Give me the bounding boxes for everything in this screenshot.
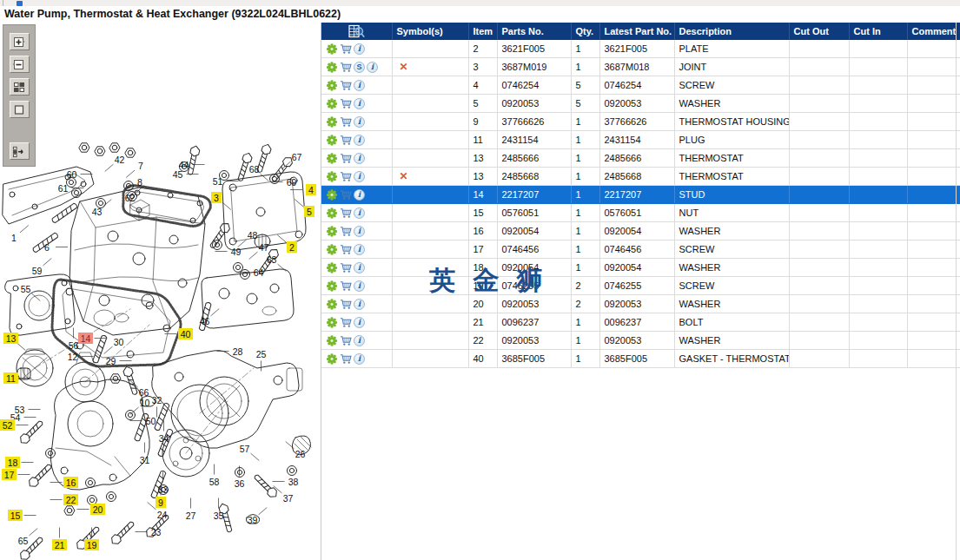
part-label-19[interactable]: 19 <box>84 539 99 550</box>
cart-icon[interactable] <box>340 116 352 128</box>
gear-icon[interactable] <box>326 280 338 292</box>
part-label-22[interactable]: 22 <box>63 494 78 505</box>
part-label-1[interactable]: 1 <box>11 233 17 243</box>
part-label-69[interactable]: 69 <box>287 177 297 188</box>
part-label-66[interactable]: 66 <box>139 387 149 398</box>
info-icon[interactable]: i <box>354 116 365 128</box>
part-label-13[interactable]: 13 <box>3 333 18 344</box>
col-header-qty-[interactable]: Qty. <box>571 23 599 40</box>
part-label-67[interactable]: 67 <box>292 152 302 162</box>
cart-icon[interactable] <box>340 280 352 292</box>
col-header-item[interactable]: Item <box>468 23 497 40</box>
cart-icon[interactable] <box>340 299 352 310</box>
part-label-2[interactable]: 2 <box>287 241 297 253</box>
info-icon[interactable]: i <box>354 153 365 164</box>
cart-icon[interactable] <box>340 98 352 109</box>
parts-table-row[interactable]: i14221720712217207STUD <box>321 186 960 204</box>
part-label-52[interactable]: 52 <box>0 419 15 431</box>
gear-icon[interactable] <box>326 135 338 146</box>
info-icon[interactable]: i <box>354 189 365 201</box>
part-label-61[interactable]: 61 <box>58 183 69 194</box>
part-label-29[interactable]: 29 <box>106 356 116 366</box>
part-label-33[interactable]: 33 <box>158 484 169 495</box>
parts-table-row[interactable]: i11243115412431154PLUG <box>321 131 960 149</box>
parts-table-row[interactable]: i937766626137766626THERMOSTAT HOUSING <box>321 113 960 131</box>
toggle-list-button[interactable] <box>10 142 30 160</box>
col-header-symbol-s-[interactable]: Symbol(s) <box>392 23 468 40</box>
part-label-26[interactable]: 26 <box>295 449 306 459</box>
cart-icon[interactable] <box>340 135 352 146</box>
gear-icon[interactable] <box>326 171 338 182</box>
part-label-8[interactable]: 8 <box>137 177 142 188</box>
part-label-37[interactable]: 37 <box>283 493 294 504</box>
gear-icon[interactable] <box>326 62 338 73</box>
part-label-12[interactable]: 12 <box>68 352 78 362</box>
info-icon[interactable]: i <box>354 135 365 146</box>
part-label-6[interactable]: 6 <box>44 242 50 253</box>
gear-icon[interactable] <box>326 98 338 109</box>
part-label-64[interactable]: 64 <box>254 267 264 278</box>
cart-icon[interactable] <box>340 153 352 164</box>
part-label-27[interactable]: 27 <box>186 511 196 521</box>
gear-icon[interactable] <box>326 262 338 273</box>
col-header-comment[interactable]: Comment <box>907 23 960 40</box>
part-label-62[interactable]: 62 <box>125 193 136 203</box>
info-icon[interactable]: i <box>354 171 365 182</box>
cart-icon[interactable] <box>340 171 352 182</box>
info-icon[interactable]: i <box>367 62 378 73</box>
gear-icon[interactable] <box>326 43 338 55</box>
gear-icon[interactable] <box>326 208 338 219</box>
parts-table-row[interactable]: i18092005410920054WASHER <box>321 259 960 277</box>
parts-table-row[interactable]: Si✕33687M01913687M018JOINT <box>321 58 960 76</box>
part-label-4[interactable]: 4 <box>306 184 316 195</box>
cart-icon[interactable] <box>340 189 352 201</box>
parts-table-row[interactable]: i5092005350920053WASHER <box>321 95 960 113</box>
cart-icon[interactable] <box>340 226 352 237</box>
part-label-65[interactable]: 65 <box>18 536 29 546</box>
part-label-28[interactable]: 28 <box>233 346 243 357</box>
col-header-cut-out[interactable]: Cut Out <box>789 23 849 40</box>
info-icon[interactable]: i <box>354 317 365 328</box>
parts-table-row[interactable]: i403685F00513685F005GASKET - THERMOSTAT … <box>321 350 960 368</box>
part-label-7[interactable]: 7 <box>138 161 143 171</box>
gear-icon[interactable] <box>326 226 338 237</box>
gear-icon[interactable] <box>326 244 338 255</box>
gear-icon[interactable] <box>326 335 338 346</box>
gear-icon[interactable] <box>326 153 338 164</box>
cart-icon[interactable] <box>340 62 352 73</box>
tile-views-button[interactable] <box>10 78 30 96</box>
col-header-parts-no-[interactable]: Parts No. <box>497 23 571 40</box>
parts-table-row[interactable]: i17074645610746456SCREW <box>321 240 960 259</box>
part-label-32[interactable]: 32 <box>152 395 162 405</box>
part-label-48[interactable]: 48 <box>248 230 258 240</box>
info-icon[interactable]: i <box>354 262 365 273</box>
col-header-icons[interactable] <box>321 23 392 40</box>
gear-icon[interactable] <box>326 80 338 91</box>
part-label-63[interactable]: 63 <box>267 254 277 265</box>
part-label-16[interactable]: 16 <box>63 477 78 488</box>
info-icon[interactable]: i <box>354 280 365 292</box>
cart-icon[interactable] <box>340 244 352 255</box>
single-view-button[interactable] <box>10 101 30 118</box>
part-label-24[interactable]: 24 <box>157 510 168 520</box>
part-label-39[interactable]: 39 <box>248 515 258 525</box>
info-icon[interactable]: i <box>354 226 365 237</box>
parts-table-row[interactable]: i✕13248566812485668THERMOSTAT <box>321 168 960 186</box>
parts-table-row[interactable]: i23621F00513621F005PLATE <box>321 40 960 58</box>
substitution-icon[interactable]: S <box>354 62 365 73</box>
part-label-21[interactable]: 21 <box>52 539 67 550</box>
info-icon[interactable]: i <box>354 98 365 109</box>
parts-table-row[interactable]: i22092005310920053WASHER <box>321 332 960 350</box>
part-label-35[interactable]: 35 <box>214 511 224 521</box>
col-header-cut-in[interactable]: Cut In <box>849 23 907 40</box>
part-label-3[interactable]: 3 <box>211 192 222 203</box>
part-label-34[interactable]: 34 <box>159 433 169 444</box>
parts-table-row[interactable]: i21009623710096237BOLT <box>321 313 960 332</box>
part-label-15[interactable]: 15 <box>8 510 23 521</box>
part-label-46[interactable]: 46 <box>200 316 210 326</box>
cart-icon[interactable] <box>340 208 352 219</box>
parts-table-row[interactable]: i20092005320920053WASHER <box>321 295 960 313</box>
parts-table-row[interactable]: i13248566612485666THERMOSTAT <box>321 149 960 168</box>
part-label-58[interactable]: 58 <box>209 477 220 487</box>
gear-icon[interactable] <box>326 116 338 128</box>
